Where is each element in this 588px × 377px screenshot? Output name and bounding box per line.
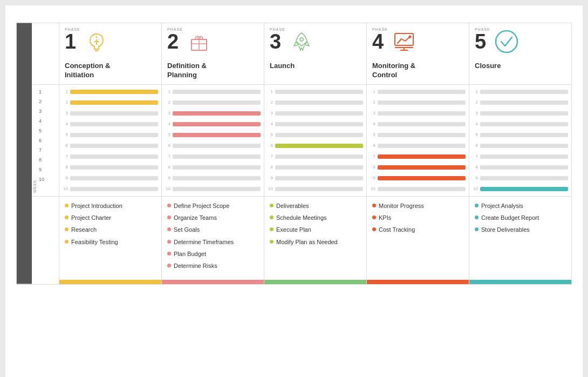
page-wrapper: PHASE1Conception &InitiationPHASE2Defini… [5, 5, 583, 377]
week-col: WEEK12345678910 [32, 85, 59, 196]
gantt-row-2-7: 7 [165, 152, 261, 161]
gantt-row-2-2: 2 [165, 98, 261, 107]
gantt-row-1-2: 2 [63, 98, 158, 107]
phase-number-2: 2 [167, 31, 179, 52]
gantt-row-5-9: 9 [473, 173, 568, 183]
gantt-bar-bg-1-10 [70, 187, 158, 191]
gantt-bar-fill-2-3 [173, 111, 261, 116]
gantt-row-num-1-6: 6 [63, 143, 68, 148]
bullet-text-3-2: Execute Plan [276, 226, 311, 233]
gantt-row-1-4: 4 [63, 119, 158, 129]
bullet-spacer [32, 197, 59, 280]
phase-icon-4 [392, 30, 416, 58]
phase-icon-5 [495, 30, 518, 58]
gantt-row-num-3-3: 3 [268, 111, 273, 116]
gantt-row-3-4: 4 [268, 119, 363, 129]
phase-title-3: Launch [270, 62, 295, 71]
gantt-row-num-2-2: 2 [165, 100, 170, 105]
gantt-bar-bg-2-5 [173, 133, 261, 137]
bullet-item-2-2: Set Goals [167, 226, 258, 233]
bullet-dot-3-1 [270, 216, 274, 219]
gantt-bar-bg-1-7 [70, 154, 158, 159]
gantt-row-num-1-7: 7 [63, 154, 68, 159]
gantt-row-4-3: 3 [370, 109, 466, 118]
gantt-row-num-4-5: 5 [370, 132, 375, 137]
gantt-row-4-6: 6 [370, 141, 466, 151]
gantt-bar-fill-2-2 [173, 100, 221, 105]
bullet-text-2-4: Plan Budget [174, 250, 206, 258]
gantt-row-4-4: 4 [370, 119, 466, 129]
gantt-bar-bg-4-3 [378, 111, 466, 116]
bullet-dot-2-0 [167, 204, 171, 207]
gantt-row-num-3-4: 4 [268, 122, 273, 126]
gantt-bar-bg-1-8 [70, 165, 158, 170]
phase-number-3: 3 [270, 31, 281, 52]
bullet-dot-5-0 [475, 204, 478, 207]
gantt-bar-bg-2-6 [173, 144, 261, 148]
gantt-bar-bg-1-6 [70, 144, 158, 148]
gantt-bar-bg-2-8 [173, 165, 261, 170]
gantt-bar-fill-3-8 [275, 165, 324, 170]
gantt-bar-fill-4-9 [378, 176, 466, 180]
bullet-list-2: Define Project ScopeOrganize TeamsSet Go… [167, 202, 258, 270]
gantt-bar-bg-1-1 [70, 90, 158, 94]
gantt-bar-fill-2-8 [173, 165, 221, 170]
bullet-dot-3-3 [270, 240, 274, 244]
bullet-item-5-2: Store Deliverables [475, 226, 566, 233]
gantt-row-num-1-4: 4 [63, 122, 68, 126]
gantt-bar-bg-4-10 [378, 187, 466, 191]
gantt-bar-bg-1-3 [70, 111, 158, 116]
gantt-row-3-2: 2 [268, 98, 363, 107]
gantt-row-2-4: 4 [165, 119, 261, 129]
gantt-bar-fill-1-6 [70, 144, 119, 148]
gantt-row-num-2-8: 8 [165, 165, 170, 170]
gantt-bar-fill-1-4 [70, 122, 119, 126]
gantt-bar-fill-1-5 [70, 133, 119, 137]
phase-col-4: PHASE4Monitoring &Control [366, 23, 469, 84]
bullet-item-4-0: Monitor Progress [372, 202, 463, 210]
gantt-bar-fill-4-2 [378, 100, 426, 105]
gantt-bar-fill-5-3 [480, 111, 529, 116]
phase-title-4: Monitoring &Control [372, 62, 415, 80]
gantt-bar-bg-3-6 [275, 144, 363, 148]
bullet-list-3: DeliverablesSchedule MeetingsExecute Pla… [270, 202, 361, 246]
bullet-item-1-3: Feasibility Testing [65, 238, 156, 246]
bullet-dot-4-0 [372, 204, 376, 207]
gantt-bar-fill-4-10 [378, 187, 426, 191]
gantt-row-num-1-3: 3 [63, 111, 68, 116]
gantt-bar-bg-1-4 [70, 122, 158, 126]
bullet-dot-4-2 [372, 227, 376, 231]
gantt-bar-fill-4-7 [378, 154, 466, 159]
bullet-item-4-2: Cost Tracking [372, 226, 463, 233]
gantt-bar-bg-4-4 [378, 122, 466, 126]
gantt-row-num-1-8: 8 [63, 165, 68, 170]
gantt-bar-bg-5-10 [480, 187, 568, 191]
bullet-list-5: Project AnalysisCreate Budget ReportStor… [475, 202, 566, 234]
gantt-bar-fill-4-4 [378, 122, 426, 126]
bullet-dot-2-2 [167, 227, 171, 231]
bullet-item-5-1: Create Budget Report [475, 214, 566, 221]
gantt-bar-fill-4-8 [378, 165, 466, 170]
week-numbers: 12345678910 [38, 86, 44, 195]
gantt-bar-fill-2-9 [173, 176, 221, 180]
gantt-row-2-6: 6 [165, 141, 261, 151]
gantt-row-num-3-10: 10 [268, 186, 273, 191]
gantt-bar-fill-3-10 [275, 187, 324, 191]
gantt-bar-fill-5-4 [480, 122, 529, 126]
gantt-col-4: 12345678910 [366, 85, 469, 196]
gantt-row-1-7: 7 [63, 152, 158, 161]
bullet-item-2-0: Define Project Scope [167, 202, 258, 210]
gantt-bar-fill-5-9 [480, 176, 529, 180]
gantt-bar-bg-2-4 [173, 122, 261, 126]
gantt-bar-fill-4-3 [378, 111, 426, 116]
gantt-row-num-4-7: 7 [370, 154, 375, 159]
phase-number-1: 1 [65, 31, 76, 52]
gantt-row-num-3-7: 7 [268, 154, 273, 159]
gantt-row-1-10: 10 [63, 184, 158, 194]
gantt-bar-bg-4-5 [378, 133, 466, 137]
bullet-col-2: Define Project ScopeOrganize TeamsSet Go… [161, 197, 264, 280]
gantt-row-num-3-6: 6 [268, 143, 273, 148]
gantt-row-num-1-1: 1 [63, 89, 68, 94]
bullet-item-3-0: Deliverables [270, 202, 361, 210]
bullet-dot-4-1 [372, 216, 376, 219]
